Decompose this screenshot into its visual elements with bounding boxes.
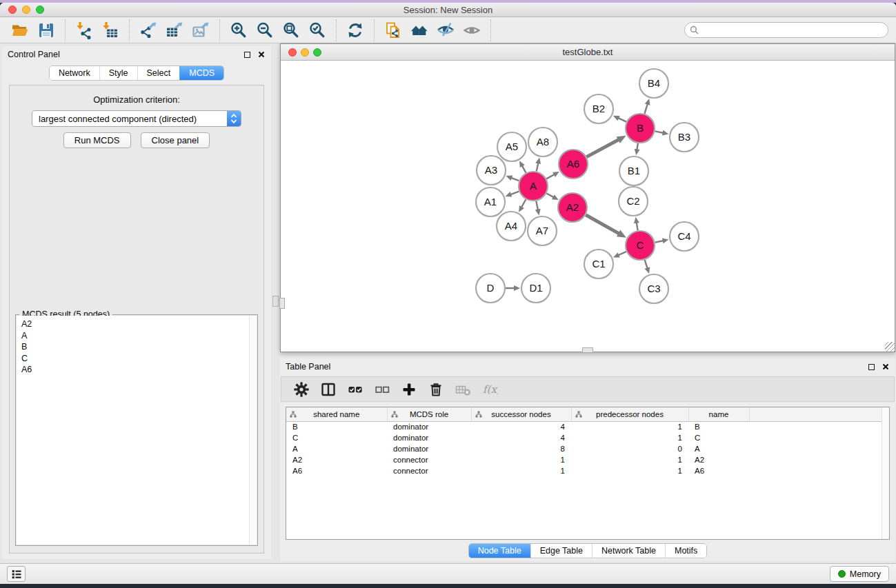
- tab-style[interactable]: Style: [99, 66, 137, 80]
- table-row[interactable]: A2connector11A2: [286, 454, 889, 465]
- tab-motifs[interactable]: Motifs: [665, 544, 706, 558]
- graph-node-A4[interactable]: A4: [497, 212, 526, 241]
- graph-edge-B-B3[interactable]: [655, 130, 669, 136]
- column-header-predecessor-nodes[interactable]: predecessor nodes: [571, 407, 688, 421]
- split-columns-icon[interactable]: [318, 380, 339, 399]
- deselect-all-icon[interactable]: [372, 380, 392, 399]
- table-row[interactable]: A6connector11A6: [286, 465, 889, 476]
- network-window-titlebar[interactable]: testGlobe.txt: [281, 44, 895, 61]
- graph-edge-B-B2[interactable]: [613, 116, 626, 122]
- search-input[interactable]: [701, 24, 883, 37]
- graph-edge-B-B1[interactable]: [635, 143, 640, 155]
- hide-panel-eye-icon[interactable]: [435, 20, 457, 41]
- network-zoom-button[interactable]: [313, 48, 321, 57]
- tab-edge-table[interactable]: Edge Table: [530, 544, 592, 558]
- list-scrollbar[interactable]: [249, 316, 257, 545]
- graph-edge-C-C3[interactable]: [645, 260, 650, 274]
- column-header-shared-name[interactable]: shared name: [286, 407, 387, 421]
- zoom-selected-icon[interactable]: [306, 20, 328, 41]
- graph-node-B[interactable]: B: [626, 114, 655, 143]
- column-header-MCDS-role[interactable]: MCDS role: [387, 407, 471, 421]
- frame-left-grip[interactable]: [279, 298, 285, 309]
- graph-edge-C-C2[interactable]: [634, 217, 639, 231]
- mcds-result-item[interactable]: C: [21, 353, 257, 365]
- graph-node-B1[interactable]: B1: [619, 156, 648, 185]
- table-row[interactable]: Bdominator41B: [286, 421, 889, 432]
- mcds-result-item[interactable]: B: [21, 341, 257, 353]
- tab-network-table[interactable]: Network Table: [592, 544, 665, 558]
- mcds-result-item[interactable]: A: [21, 330, 257, 342]
- search-field[interactable]: [684, 22, 888, 38]
- zoom-out-icon[interactable]: [254, 20, 276, 41]
- table-row[interactable]: Adominator80A: [286, 443, 889, 454]
- graph-edge-D-D1[interactable]: [506, 285, 520, 291]
- graph-edge-A2-C[interactable]: [586, 215, 626, 238]
- mcds-result-item[interactable]: A2: [21, 318, 257, 330]
- task-history-button[interactable]: [7, 566, 26, 582]
- home-icon[interactable]: [408, 20, 430, 41]
- memory-button[interactable]: Memory: [830, 566, 889, 582]
- refresh-icon[interactable]: [344, 20, 366, 41]
- minimize-button[interactable]: [22, 6, 30, 14]
- graph-edge-C-C4[interactable]: [655, 238, 669, 243]
- frame-bottom-grip[interactable]: [582, 347, 593, 353]
- network-canvas[interactable]: AA1A2A3A4A5A6A7A8BB1B2B3B4CC1C2C3C4DD1: [281, 61, 895, 352]
- duplicate-network-icon[interactable]: [382, 20, 404, 41]
- graph-node-B3[interactable]: B3: [670, 123, 699, 152]
- zoom-in-icon[interactable]: [228, 20, 250, 41]
- run-mcds-button[interactable]: Run MCDS: [63, 132, 131, 148]
- tab-select[interactable]: Select: [137, 66, 180, 80]
- graph-node-D1[interactable]: D1: [521, 274, 550, 303]
- settings-icon[interactable]: [291, 380, 312, 399]
- vertical-divider-grip[interactable]: [272, 296, 279, 307]
- graph-edge-A-A8[interactable]: [535, 157, 541, 171]
- open-file-icon[interactable]: [9, 20, 31, 41]
- resize-corner[interactable]: [885, 342, 895, 352]
- delete-column-icon[interactable]: [426, 380, 446, 399]
- graph-node-C1[interactable]: C1: [584, 250, 613, 278]
- graph-node-A8[interactable]: A8: [528, 128, 557, 156]
- export-image-icon[interactable]: [190, 20, 212, 41]
- mcds-result-list[interactable]: A2ABCA6: [17, 316, 257, 545]
- graph-edge-A-A5[interactable]: [519, 161, 526, 172]
- mcds-result-item[interactable]: A6: [21, 364, 257, 376]
- graph-node-D[interactable]: D: [476, 274, 505, 303]
- graph-edge-A-A4[interactable]: [519, 199, 526, 212]
- table-scrollbar[interactable]: [882, 407, 889, 539]
- optimization-criterion-select[interactable]: largest connected component (directed): [32, 110, 241, 127]
- graph-node-A3[interactable]: A3: [477, 156, 506, 185]
- graph-node-A2[interactable]: A2: [558, 193, 587, 222]
- graph-node-C2[interactable]: C2: [619, 187, 648, 216]
- graph-node-A1[interactable]: A1: [476, 187, 505, 216]
- close-panel-icon[interactable]: [258, 51, 265, 58]
- graph-node-B4[interactable]: B4: [639, 69, 668, 98]
- graph-edge-A-A3[interactable]: [506, 176, 519, 181]
- import-table-icon[interactable]: [99, 20, 121, 41]
- export-network-icon[interactable]: [137, 20, 159, 41]
- select-all-icon[interactable]: [345, 380, 366, 399]
- show-panel-eye-icon[interactable]: [461, 20, 483, 41]
- graph-edge-A-A1[interactable]: [506, 192, 519, 197]
- add-column-icon[interactable]: [399, 380, 419, 399]
- close-panel-button[interactable]: Close panel: [141, 132, 210, 148]
- graph-edge-A6-B[interactable]: [586, 136, 626, 157]
- close-table-panel-icon[interactable]: [882, 363, 889, 370]
- graph-node-C4[interactable]: C4: [670, 222, 699, 251]
- zoom-fit-icon[interactable]: [280, 20, 302, 41]
- graph-edge-A-A2[interactable]: [546, 194, 558, 201]
- zoom-window-button[interactable]: [36, 6, 44, 14]
- network-close-button[interactable]: [288, 48, 297, 57]
- graph-node-A7[interactable]: A7: [528, 216, 557, 245]
- column-header-successor-nodes[interactable]: successor nodes: [471, 407, 571, 421]
- graph-node-A5[interactable]: A5: [497, 132, 526, 161]
- column-header-name[interactable]: name: [688, 407, 749, 421]
- graph-node-A6[interactable]: A6: [559, 150, 588, 179]
- tab-network[interactable]: Network: [50, 66, 99, 80]
- tab-node-table[interactable]: Node Table: [469, 544, 530, 558]
- float-panel-icon[interactable]: [244, 52, 250, 58]
- import-network-icon[interactable]: [73, 20, 95, 41]
- network-minimize-button[interactable]: [301, 48, 309, 57]
- graph-node-B2[interactable]: B2: [584, 94, 613, 123]
- float-table-panel-icon[interactable]: [868, 364, 875, 370]
- close-button[interactable]: [8, 6, 17, 14]
